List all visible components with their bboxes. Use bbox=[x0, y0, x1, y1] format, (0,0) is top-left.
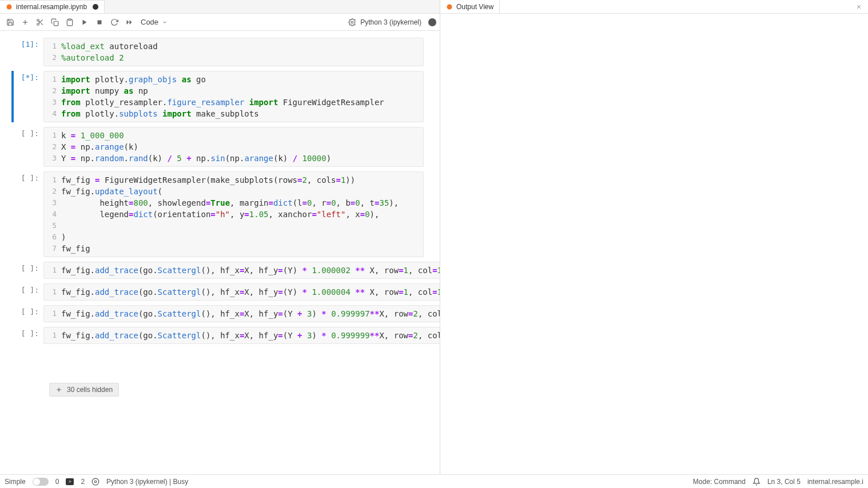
unsaved-dot-icon bbox=[93, 4, 98, 10]
line-gutter: 1 bbox=[44, 330, 61, 341]
line-gutter: 1 bbox=[44, 286, 61, 298]
cell-editor[interactable]: 1fw_fig.add_trace(go.Scattergl(), hf_x=X… bbox=[43, 327, 440, 344]
cell-prompt: [ ]: bbox=[11, 171, 43, 182]
output-view-title: Output View bbox=[456, 3, 493, 11]
cell-prompt: [*]: bbox=[11, 71, 43, 82]
terminal-icon[interactable]: > bbox=[66, 478, 74, 485]
cell-prompt: [ ]: bbox=[11, 305, 43, 316]
svg-point-14 bbox=[352, 21, 354, 23]
cell-editor[interactable]: 1fw_fig.add_trace(go.Scattergl(), hf_x=X… bbox=[43, 283, 440, 301]
restart-button[interactable] bbox=[107, 15, 121, 29]
code-content[interactable]: %load_ext autoreload %autoreload 2 bbox=[61, 41, 423, 63]
cell-prompt: [1]: bbox=[11, 38, 43, 49]
svg-point-0 bbox=[7, 5, 12, 10]
line-gutter: 1 2 3 bbox=[44, 130, 61, 164]
output-view-panel: Output View bbox=[440, 0, 868, 474]
paste-button[interactable] bbox=[63, 15, 77, 29]
svg-point-20 bbox=[92, 478, 99, 485]
code-cell[interactable]: [ ]:1 2 3k = 1_000_000 X = np.arange(k) … bbox=[3, 127, 436, 167]
line-gutter: 1 bbox=[44, 265, 61, 276]
code-content[interactable]: import plotly.graph_objs as go import nu… bbox=[61, 74, 423, 119]
svg-point-17 bbox=[447, 4, 452, 9]
kernel-sessions-icon[interactable] bbox=[91, 478, 99, 486]
svg-rect-8 bbox=[54, 21, 58, 26]
status-kernel[interactable]: Python 3 (ipykernel) | Busy bbox=[106, 478, 188, 486]
line-gutter: 1 2 3 4 bbox=[44, 74, 61, 119]
close-output-button[interactable] bbox=[853, 1, 865, 13]
jupyter-icon bbox=[446, 3, 453, 10]
cut-button[interactable] bbox=[33, 15, 47, 29]
chevron-down-icon bbox=[162, 19, 168, 25]
output-view-tab[interactable]: Output View bbox=[440, 0, 500, 13]
cell-editor[interactable]: 1fw_fig.add_trace(go.Scattergl(), hf_x=X… bbox=[43, 262, 440, 279]
cell-editor[interactable]: 1fw_fig.add_trace(go.Scattergl(), hf_x=X… bbox=[43, 305, 440, 322]
kernel-busy-icon[interactable] bbox=[428, 18, 436, 26]
line-gutter: 1 bbox=[44, 308, 61, 319]
svg-point-3 bbox=[37, 19, 39, 21]
output-view-body bbox=[440, 14, 868, 474]
notebook-panel: internal.resample.ipynb Code Python 3 (i… bbox=[0, 0, 440, 474]
copy-button[interactable] bbox=[48, 15, 62, 29]
cell-editor[interactable]: 1 2%load_ext autoreload %autoreload 2 bbox=[43, 38, 424, 66]
simple-toggle[interactable] bbox=[33, 478, 49, 486]
svg-line-6 bbox=[41, 23, 42, 25]
plus-icon bbox=[55, 386, 62, 393]
code-content[interactable]: fw_fig.add_trace(go.Scattergl(), hf_x=X,… bbox=[61, 265, 440, 276]
code-content[interactable]: fw_fig = FigureWidgetResampler(make_subp… bbox=[61, 174, 423, 254]
status-bar: Simple 0 > 2 Python 3 (ipykernel) | Busy… bbox=[0, 474, 868, 488]
notebook-cells-area[interactable]: [1]:1 2%load_ext autoreload %autoreload … bbox=[0, 31, 440, 474]
notification-icon[interactable] bbox=[752, 478, 761, 486]
svg-marker-10 bbox=[83, 19, 87, 25]
code-cell[interactable]: [1]:1 2%load_ext autoreload %autoreload … bbox=[3, 38, 436, 66]
code-content[interactable]: k = 1_000_000 X = np.arange(k) Y = np.ra… bbox=[61, 130, 423, 164]
save-button[interactable] bbox=[3, 15, 17, 29]
run-button[interactable] bbox=[78, 15, 91, 29]
cell-editor[interactable]: 1 2 3 4 5 6 7fw_fig = FigureWidgetResamp… bbox=[43, 171, 424, 257]
notebook-toolbar: Code Python 3 (ipykernel) bbox=[0, 14, 440, 31]
status-zero[interactable]: 0 bbox=[55, 478, 59, 486]
hidden-cells-button[interactable]: 30 cells hidden bbox=[49, 383, 119, 397]
simple-label: Simple bbox=[5, 478, 26, 486]
cell-prompt: [ ]: bbox=[11, 127, 43, 138]
svg-point-4 bbox=[37, 23, 39, 25]
svg-rect-9 bbox=[69, 19, 71, 20]
notebook-tabbar: internal.resample.ipynb bbox=[0, 0, 440, 14]
kernel-name[interactable]: Python 3 (ipykernel) bbox=[360, 18, 421, 26]
svg-rect-11 bbox=[98, 20, 102, 24]
line-gutter: 1 2 bbox=[44, 41, 61, 63]
cell-editor[interactable]: 1 2 3 4import plotly.graph_objs as go im… bbox=[43, 71, 424, 122]
output-view-tabbar: Output View bbox=[440, 0, 868, 14]
code-cell[interactable]: [ ]:1fw_fig.add_trace(go.Scattergl(), hf… bbox=[3, 305, 436, 322]
svg-line-7 bbox=[39, 21, 40, 22]
line-gutter: 1 2 3 4 5 6 7 bbox=[44, 174, 61, 254]
status-file[interactable]: internal.resample.i bbox=[807, 478, 863, 486]
code-cell[interactable]: [ ]:1fw_fig.add_trace(go.Scattergl(), hf… bbox=[3, 327, 436, 344]
jupyter-icon bbox=[6, 3, 13, 10]
cell-prompt: [ ]: bbox=[11, 262, 43, 273]
svg-marker-13 bbox=[130, 20, 132, 25]
cell-prompt: [ ]: bbox=[11, 327, 43, 338]
code-content[interactable]: fw_fig.add_trace(go.Scattergl(), hf_x=X,… bbox=[61, 330, 440, 341]
notebook-tab-title: internal.resample.ipynb bbox=[16, 3, 87, 11]
code-cell[interactable]: [ ]:1fw_fig.add_trace(go.Scattergl(), hf… bbox=[3, 262, 436, 279]
code-cell[interactable]: [ ]:1 2 3 4 5 6 7fw_fig = FigureWidgetRe… bbox=[3, 171, 436, 257]
status-mode[interactable]: Mode: Command bbox=[693, 478, 746, 486]
code-cell[interactable]: [ ]:1fw_fig.add_trace(go.Scattergl(), hf… bbox=[3, 283, 436, 301]
code-cell[interactable]: [*]:1 2 3 4import plotly.graph_objs as g… bbox=[3, 71, 436, 122]
add-cell-button[interactable] bbox=[18, 15, 32, 29]
code-content[interactable]: fw_fig.add_trace(go.Scattergl(), hf_x=X,… bbox=[61, 308, 440, 319]
status-two[interactable]: 2 bbox=[81, 478, 85, 486]
kernel-settings-icon[interactable] bbox=[345, 15, 359, 29]
cell-prompt: [ ]: bbox=[11, 283, 43, 294]
status-cursor[interactable]: Ln 3, Col 5 bbox=[767, 478, 801, 486]
cell-editor[interactable]: 1 2 3k = 1_000_000 X = np.arange(k) Y = … bbox=[43, 127, 424, 167]
notebook-tab[interactable]: internal.resample.ipynb bbox=[0, 0, 105, 13]
run-all-button[interactable] bbox=[122, 15, 136, 29]
svg-marker-12 bbox=[127, 20, 129, 25]
stop-button[interactable] bbox=[93, 15, 106, 29]
close-icon bbox=[855, 3, 862, 10]
svg-point-21 bbox=[94, 481, 97, 483]
celltype-label: Code bbox=[141, 18, 158, 26]
celltype-select[interactable]: Code bbox=[137, 18, 171, 26]
code-content[interactable]: fw_fig.add_trace(go.Scattergl(), hf_x=X,… bbox=[61, 286, 440, 298]
